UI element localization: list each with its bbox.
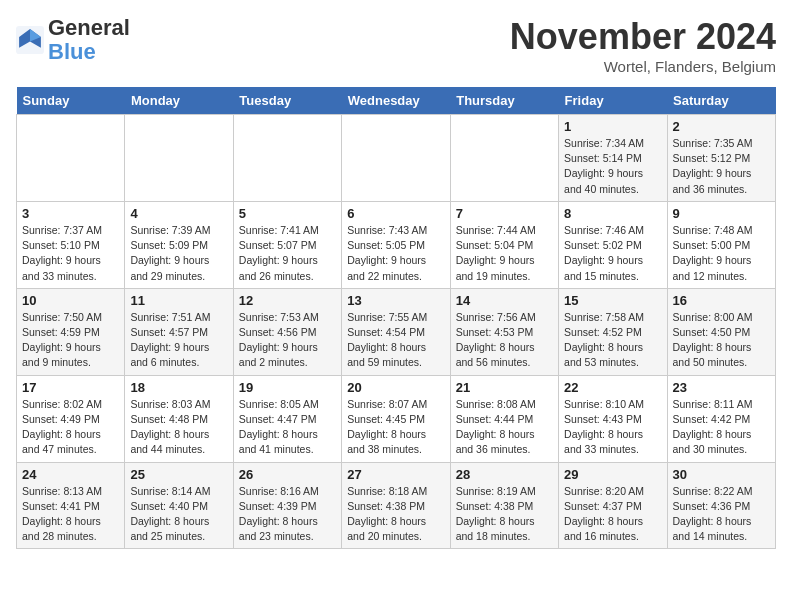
day-info: Sunrise: 8:08 AM Sunset: 4:44 PM Dayligh… (456, 397, 553, 458)
day-info: Sunrise: 8:13 AM Sunset: 4:41 PM Dayligh… (22, 484, 119, 545)
day-number: 14 (456, 293, 553, 308)
calendar-cell (450, 115, 558, 202)
day-info: Sunrise: 8:19 AM Sunset: 4:38 PM Dayligh… (456, 484, 553, 545)
day-number: 29 (564, 467, 661, 482)
calendar-cell: 18Sunrise: 8:03 AM Sunset: 4:48 PM Dayli… (125, 375, 233, 462)
logo: General Blue (16, 16, 130, 64)
day-info: Sunrise: 7:55 AM Sunset: 4:54 PM Dayligh… (347, 310, 444, 371)
weekday-header: Friday (559, 87, 667, 115)
calendar-cell: 17Sunrise: 8:02 AM Sunset: 4:49 PM Dayli… (17, 375, 125, 462)
day-number: 12 (239, 293, 336, 308)
day-info: Sunrise: 7:41 AM Sunset: 5:07 PM Dayligh… (239, 223, 336, 284)
day-info: Sunrise: 8:02 AM Sunset: 4:49 PM Dayligh… (22, 397, 119, 458)
day-number: 15 (564, 293, 661, 308)
calendar-week: 10Sunrise: 7:50 AM Sunset: 4:59 PM Dayli… (17, 288, 776, 375)
calendar-cell (125, 115, 233, 202)
day-info: Sunrise: 8:11 AM Sunset: 4:42 PM Dayligh… (673, 397, 770, 458)
calendar-cell (17, 115, 125, 202)
calendar-cell: 13Sunrise: 7:55 AM Sunset: 4:54 PM Dayli… (342, 288, 450, 375)
calendar-cell: 11Sunrise: 7:51 AM Sunset: 4:57 PM Dayli… (125, 288, 233, 375)
day-number: 16 (673, 293, 770, 308)
day-number: 19 (239, 380, 336, 395)
calendar-cell: 30Sunrise: 8:22 AM Sunset: 4:36 PM Dayli… (667, 462, 775, 549)
calendar-cell: 8Sunrise: 7:46 AM Sunset: 5:02 PM Daylig… (559, 201, 667, 288)
weekday-header: Wednesday (342, 87, 450, 115)
day-info: Sunrise: 8:18 AM Sunset: 4:38 PM Dayligh… (347, 484, 444, 545)
day-info: Sunrise: 7:37 AM Sunset: 5:10 PM Dayligh… (22, 223, 119, 284)
day-number: 17 (22, 380, 119, 395)
day-number: 18 (130, 380, 227, 395)
day-number: 2 (673, 119, 770, 134)
day-info: Sunrise: 8:00 AM Sunset: 4:50 PM Dayligh… (673, 310, 770, 371)
logo-line1: General (48, 16, 130, 40)
day-info: Sunrise: 7:50 AM Sunset: 4:59 PM Dayligh… (22, 310, 119, 371)
calendar-cell: 20Sunrise: 8:07 AM Sunset: 4:45 PM Dayli… (342, 375, 450, 462)
day-info: Sunrise: 7:44 AM Sunset: 5:04 PM Dayligh… (456, 223, 553, 284)
day-info: Sunrise: 7:43 AM Sunset: 5:05 PM Dayligh… (347, 223, 444, 284)
day-info: Sunrise: 7:58 AM Sunset: 4:52 PM Dayligh… (564, 310, 661, 371)
day-info: Sunrise: 8:20 AM Sunset: 4:37 PM Dayligh… (564, 484, 661, 545)
day-number: 1 (564, 119, 661, 134)
calendar-cell: 7Sunrise: 7:44 AM Sunset: 5:04 PM Daylig… (450, 201, 558, 288)
day-info: Sunrise: 7:34 AM Sunset: 5:14 PM Dayligh… (564, 136, 661, 197)
day-info: Sunrise: 7:51 AM Sunset: 4:57 PM Dayligh… (130, 310, 227, 371)
day-number: 13 (347, 293, 444, 308)
day-number: 6 (347, 206, 444, 221)
day-number: 11 (130, 293, 227, 308)
day-info: Sunrise: 7:46 AM Sunset: 5:02 PM Dayligh… (564, 223, 661, 284)
day-number: 28 (456, 467, 553, 482)
day-info: Sunrise: 8:10 AM Sunset: 4:43 PM Dayligh… (564, 397, 661, 458)
calendar-cell: 24Sunrise: 8:13 AM Sunset: 4:41 PM Dayli… (17, 462, 125, 549)
calendar-week: 17Sunrise: 8:02 AM Sunset: 4:49 PM Dayli… (17, 375, 776, 462)
day-info: Sunrise: 8:14 AM Sunset: 4:40 PM Dayligh… (130, 484, 227, 545)
calendar-cell (233, 115, 341, 202)
month-title: November 2024 (510, 16, 776, 58)
calendar-cell: 4Sunrise: 7:39 AM Sunset: 5:09 PM Daylig… (125, 201, 233, 288)
calendar-cell: 28Sunrise: 8:19 AM Sunset: 4:38 PM Dayli… (450, 462, 558, 549)
day-number: 5 (239, 206, 336, 221)
calendar-cell: 1Sunrise: 7:34 AM Sunset: 5:14 PM Daylig… (559, 115, 667, 202)
calendar-cell: 21Sunrise: 8:08 AM Sunset: 4:44 PM Dayli… (450, 375, 558, 462)
calendar-cell: 14Sunrise: 7:56 AM Sunset: 4:53 PM Dayli… (450, 288, 558, 375)
calendar-cell: 12Sunrise: 7:53 AM Sunset: 4:56 PM Dayli… (233, 288, 341, 375)
page-header: General Blue November 2024 Wortel, Fland… (16, 16, 776, 75)
calendar-cell: 26Sunrise: 8:16 AM Sunset: 4:39 PM Dayli… (233, 462, 341, 549)
day-number: 23 (673, 380, 770, 395)
calendar-table: SundayMondayTuesdayWednesdayThursdayFrid… (16, 87, 776, 549)
calendar-cell: 9Sunrise: 7:48 AM Sunset: 5:00 PM Daylig… (667, 201, 775, 288)
calendar-cell: 22Sunrise: 8:10 AM Sunset: 4:43 PM Dayli… (559, 375, 667, 462)
calendar-header: SundayMondayTuesdayWednesdayThursdayFrid… (17, 87, 776, 115)
day-info: Sunrise: 7:39 AM Sunset: 5:09 PM Dayligh… (130, 223, 227, 284)
calendar-cell: 23Sunrise: 8:11 AM Sunset: 4:42 PM Dayli… (667, 375, 775, 462)
day-info: Sunrise: 7:56 AM Sunset: 4:53 PM Dayligh… (456, 310, 553, 371)
location: Wortel, Flanders, Belgium (510, 58, 776, 75)
day-number: 30 (673, 467, 770, 482)
calendar-cell: 6Sunrise: 7:43 AM Sunset: 5:05 PM Daylig… (342, 201, 450, 288)
weekday-header: Saturday (667, 87, 775, 115)
logo-icon (16, 26, 44, 54)
day-number: 3 (22, 206, 119, 221)
calendar-body: 1Sunrise: 7:34 AM Sunset: 5:14 PM Daylig… (17, 115, 776, 549)
calendar-cell: 27Sunrise: 8:18 AM Sunset: 4:38 PM Dayli… (342, 462, 450, 549)
day-info: Sunrise: 7:53 AM Sunset: 4:56 PM Dayligh… (239, 310, 336, 371)
calendar-week: 3Sunrise: 7:37 AM Sunset: 5:10 PM Daylig… (17, 201, 776, 288)
calendar-cell (342, 115, 450, 202)
calendar-week: 1Sunrise: 7:34 AM Sunset: 5:14 PM Daylig… (17, 115, 776, 202)
calendar-cell: 10Sunrise: 7:50 AM Sunset: 4:59 PM Dayli… (17, 288, 125, 375)
calendar-cell: 5Sunrise: 7:41 AM Sunset: 5:07 PM Daylig… (233, 201, 341, 288)
day-number: 10 (22, 293, 119, 308)
day-number: 21 (456, 380, 553, 395)
day-info: Sunrise: 7:35 AM Sunset: 5:12 PM Dayligh… (673, 136, 770, 197)
day-number: 9 (673, 206, 770, 221)
weekday-header: Thursday (450, 87, 558, 115)
calendar-cell: 15Sunrise: 7:58 AM Sunset: 4:52 PM Dayli… (559, 288, 667, 375)
calendar-cell: 29Sunrise: 8:20 AM Sunset: 4:37 PM Dayli… (559, 462, 667, 549)
day-info: Sunrise: 8:16 AM Sunset: 4:39 PM Dayligh… (239, 484, 336, 545)
day-number: 7 (456, 206, 553, 221)
calendar-cell: 19Sunrise: 8:05 AM Sunset: 4:47 PM Dayli… (233, 375, 341, 462)
logo-line2: Blue (48, 40, 130, 64)
day-number: 22 (564, 380, 661, 395)
day-number: 26 (239, 467, 336, 482)
day-number: 25 (130, 467, 227, 482)
day-number: 4 (130, 206, 227, 221)
